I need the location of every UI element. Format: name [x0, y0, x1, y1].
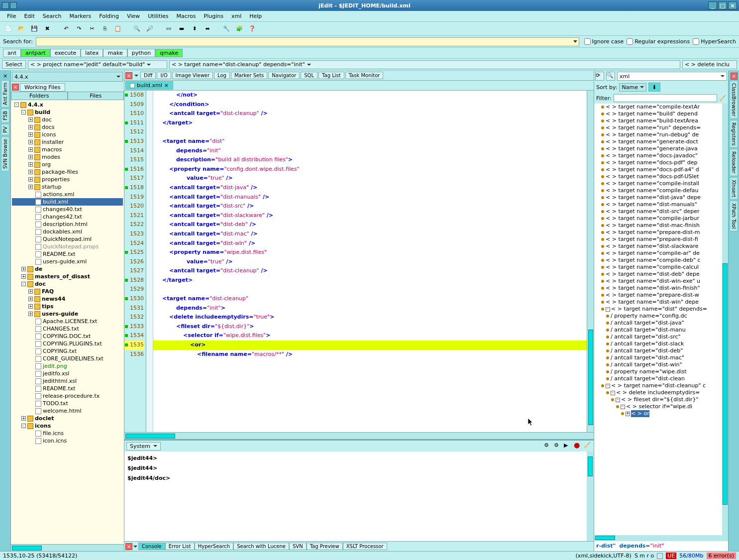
etab-sql[interactable]: SQL	[301, 72, 317, 79]
path-selector[interactable]: 4.4.x	[12, 72, 123, 82]
cut-icon[interactable]: ✂	[87, 23, 98, 34]
tree-item[interactable]: CORE_GUIDELINES.txt	[12, 355, 123, 362]
copy-icon[interactable]: ⎘	[100, 23, 110, 34]
etab-image-viewer[interactable]: Image Viewer	[172, 72, 213, 79]
tree-item[interactable]: icon.icns	[12, 437, 123, 445]
menu-folding[interactable]: Folding	[95, 12, 123, 20]
etab-diff[interactable]: Diff	[140, 72, 156, 79]
menu-plugins[interactable]: Plugins	[200, 12, 227, 20]
outline-item[interactable]: / antcall target="dist-java"	[594, 320, 728, 327]
outline-item[interactable]: < > target name="compile-jarbur	[594, 215, 728, 222]
outline-item[interactable]: +< > or	[594, 410, 728, 417]
close-console-button[interactable]: ×	[125, 543, 132, 550]
tree-item[interactable]: actions.xml	[12, 191, 123, 198]
menu-macros[interactable]: Macros	[173, 12, 200, 20]
console-run-icon[interactable]: ▶	[564, 442, 572, 450]
search-icon[interactable]: 🔍	[131, 23, 142, 34]
menu-edit[interactable]: Edit	[20, 12, 38, 20]
open-file-icon[interactable]: 📂	[16, 23, 27, 34]
left-dock-svn-browse[interactable]: SVN Browse	[1, 136, 9, 171]
mode-tab-execute[interactable]: execute	[50, 49, 81, 57]
right-dock-xpath tool[interactable]: XPath Tool	[730, 201, 738, 231]
outline-item[interactable]: < > target name="dist-mac-finish	[594, 222, 728, 229]
left-dock-pv[interactable]: PV	[1, 124, 9, 135]
outline-item[interactable]: -< > selector if="wipe.di	[594, 403, 728, 410]
console-tab-xslt-processor[interactable]: XSLT Processor	[343, 543, 387, 550]
editor-vscroll[interactable]	[587, 91, 594, 432]
outline-item[interactable]: -< > fileset dir="${dist.dir}"	[594, 396, 728, 403]
menu-utilities[interactable]: Utilities	[144, 12, 172, 20]
crumb-project[interactable]: < > project name="jedit" default="build"	[28, 60, 167, 69]
sort-selector[interactable]: Name	[619, 83, 646, 92]
left-dock-fsb[interactable]: FSB	[1, 109, 9, 123]
tree-item[interactable]: QuickNotepad.props	[12, 243, 123, 250]
menu-view[interactable]: View	[123, 12, 144, 20]
redo-icon[interactable]: ↷	[74, 23, 85, 34]
code-editor[interactable]: 1508150915101511151215131514151515161517…	[124, 91, 594, 432]
crumb-element[interactable]: < > delete inclu	[682, 60, 737, 69]
tree-item[interactable]: -icons	[12, 422, 123, 430]
menu-help[interactable]: Help	[245, 12, 266, 20]
mode-tab-antpart[interactable]: antpart	[21, 49, 50, 57]
tree-item[interactable]: COPYING.DOC.txt	[12, 333, 123, 340]
etab-marker-sets[interactable]: Marker Sets	[231, 72, 267, 79]
tree-item[interactable]: changes40.txt	[12, 206, 123, 213]
help-icon[interactable]: ❓	[247, 23, 258, 34]
outline-item[interactable]: < > target name="dist-src" deper	[594, 208, 728, 215]
left-dock-ant-farm[interactable]: Ant Farm	[1, 80, 9, 108]
save-file-icon[interactable]: 💾	[29, 23, 40, 34]
tree-item[interactable]: file.icns	[12, 430, 123, 437]
tree-item[interactable]: +de	[12, 265, 123, 273]
tree-item[interactable]: TODO.txt	[12, 400, 123, 407]
outline-item[interactable]: / antcall target="dist-mac"	[594, 354, 728, 361]
outline-item[interactable]: < > target name="generate-doct	[594, 138, 728, 145]
mode-tab-make[interactable]: make	[103, 49, 127, 57]
outline-item[interactable]: < > target name="compile-defau	[594, 187, 728, 194]
console-clear-icon[interactable]: 🧹	[584, 442, 592, 450]
tree-item[interactable]: COPYING.PLUGINS.txt	[12, 340, 123, 347]
tree-item[interactable]: -build	[12, 109, 123, 116]
fold-column[interactable]	[146, 91, 153, 432]
find-button[interactable]: 🔍	[606, 72, 615, 81]
etab-log[interactable]: Log	[214, 72, 230, 79]
close-right-pane-button[interactable]: ×	[731, 73, 738, 80]
tools-icon[interactable]: 🔧	[221, 23, 232, 34]
outline-item[interactable]: < > target name="dist-java" depe	[594, 194, 728, 201]
outline-item[interactable]: < > target name="prepare-dist-w	[594, 292, 728, 299]
outline-item[interactable]: -< > target name="dist" depends=	[594, 306, 728, 313]
outline-item[interactable]: / property name="config.dc	[594, 313, 728, 320]
mode-tab-latex[interactable]: latex	[81, 49, 103, 57]
tree-item[interactable]: COPYING.txt	[12, 347, 123, 355]
line-gutter[interactable]: 1508150915101511151215131514151515161517…	[124, 91, 146, 432]
error-count[interactable]: 6 error(s)	[707, 553, 736, 559]
close-button[interactable]: ×	[728, 1, 737, 9]
dropdown-icon[interactable]	[134, 75, 138, 77]
tree-item[interactable]: jedit.png	[12, 362, 123, 370]
tree-item[interactable]: +users-guide	[12, 310, 123, 318]
menu-xml[interactable]: xml	[227, 12, 245, 20]
outline-item[interactable]: -< > target name="dist-cleanup" c	[594, 382, 728, 389]
outline-item[interactable]: < > target name="dist-manuals"	[594, 201, 728, 208]
outline-item[interactable]: < > target name="dist-win-finish"	[594, 285, 728, 292]
tree-item[interactable]: description.html	[12, 221, 123, 228]
tree-item[interactable]: CHANGES.txt	[12, 325, 123, 333]
parser-selector[interactable]: xml	[617, 72, 727, 81]
split-v-icon[interactable]: ⬌	[202, 23, 213, 34]
outline-item[interactable]: < > target name="docs-pdf-a4" d	[594, 166, 728, 173]
crumb-target[interactable]: < > target name="dist-cleanup" depends="…	[169, 60, 680, 69]
outline-tree[interactable]: < > target name="compile-textAr< > targe…	[594, 104, 728, 535]
tree-item[interactable]: +tips	[12, 303, 123, 310]
tree-item[interactable]: +FAQ	[12, 288, 123, 295]
outline-item[interactable]: < > target name="dist-deb" depe	[594, 271, 728, 278]
subtab-files[interactable]: Files	[68, 92, 124, 100]
outline-item[interactable]: < > target name="build-textArea	[594, 117, 728, 124]
mode-tab-qmake[interactable]: qmake	[155, 49, 183, 57]
subtab-folders[interactable]: Folders	[11, 92, 68, 100]
outline-item[interactable]: / property name="wipe.dist	[594, 368, 728, 375]
outline-item[interactable]: / antcall target="dist-deb"	[594, 347, 728, 354]
clear-filter-icon[interactable]: 🧹	[719, 95, 726, 102]
outline-item[interactable]: < > target name="compile-calcul	[594, 264, 728, 271]
minimize-button[interactable]: _	[708, 1, 717, 9]
editor-hscroll[interactable]	[124, 432, 594, 439]
plugins-icon[interactable]: 🧩	[234, 23, 245, 34]
